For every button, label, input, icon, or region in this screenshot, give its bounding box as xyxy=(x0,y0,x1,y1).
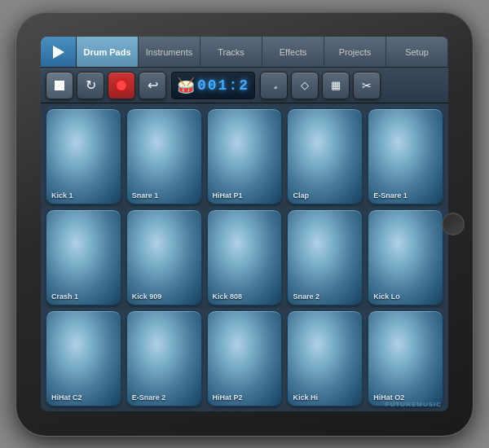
drum-display-icon: 🥁 xyxy=(177,77,195,94)
pad-e-snare-2[interactable]: E-Snare 2 xyxy=(126,310,202,406)
pad-label: E-Snare 2 xyxy=(132,393,166,402)
pad-grid: Kick 1Snare 1HiHat P1ClapE-Snare 1Crash … xyxy=(41,103,448,411)
metronome-button[interactable]: 𝅗 xyxy=(260,72,288,99)
tag-button[interactable]: ◇ xyxy=(291,72,319,99)
pad-kick-808[interactable]: Kick 808 xyxy=(207,209,283,305)
toolbar: ↻ ↩ 🥁 001:2 𝅗 ◇ ▦ ✂ xyxy=(41,68,448,103)
home-button[interactable] xyxy=(442,213,465,235)
pad-hihat-o2[interactable]: HiHat O2 xyxy=(368,310,443,406)
pad-snare-1[interactable]: Snare 1 xyxy=(126,108,202,204)
tag-icon: ◇ xyxy=(301,79,309,91)
pad-kick-lo[interactable]: Kick Lo xyxy=(368,209,443,305)
watermark: FUTUREMUSIC xyxy=(385,401,442,408)
record-icon xyxy=(117,81,126,90)
pad-label: E-Snare 1 xyxy=(373,191,408,200)
record-button[interactable] xyxy=(108,72,135,99)
piano-icon: ▦ xyxy=(331,79,341,91)
tab-instruments[interactable]: Instruments xyxy=(139,37,200,67)
pad-label: Crash 1 xyxy=(51,292,78,301)
pad-clap[interactable]: Clap xyxy=(287,108,363,204)
pad-snare-2[interactable]: Snare 2 xyxy=(287,209,363,305)
pad-kick-909[interactable]: Kick 909 xyxy=(126,209,202,305)
loop-button[interactable]: ↻ xyxy=(77,72,104,99)
ipad-frame: Drum Pads Instruments Tracks Effects Pro… xyxy=(16,12,473,436)
pad-kick-1[interactable]: Kick 1 xyxy=(46,108,121,204)
scissors-button[interactable]: ✂ xyxy=(353,72,381,99)
pad-label: Snare 2 xyxy=(293,292,319,301)
pad-label: Clap xyxy=(293,191,309,200)
undo-button[interactable]: ↩ xyxy=(139,72,166,99)
display-panel: 🥁 001:2 xyxy=(171,72,255,99)
play-icon xyxy=(53,46,64,59)
tab-projects[interactable]: Projects xyxy=(324,37,386,67)
tab-tracks[interactable]: Tracks xyxy=(200,37,262,67)
tab-effects[interactable]: Effects xyxy=(262,37,324,67)
tab-drum-pads[interactable]: Drum Pads xyxy=(77,37,139,67)
loop-icon: ↻ xyxy=(86,77,96,93)
pad-hihat-c2[interactable]: HiHat C2 xyxy=(46,310,121,406)
pad-label: HiHat P1 xyxy=(213,191,243,200)
pad-crash-1[interactable]: Crash 1 xyxy=(46,209,121,305)
pad-hihat-p1[interactable]: HiHat P1 xyxy=(207,108,283,204)
piano-button[interactable]: ▦ xyxy=(322,72,350,99)
pad-label: Kick 909 xyxy=(132,292,162,301)
stop-icon xyxy=(55,81,64,90)
nav-bar: Drum Pads Instruments Tracks Effects Pro… xyxy=(41,37,448,68)
pad-label: Kick 808 xyxy=(213,292,243,301)
stop-button[interactable] xyxy=(46,72,73,99)
pad-label: Kick Hi xyxy=(293,393,318,402)
pad-label: HiHat C2 xyxy=(51,393,82,402)
play-button[interactable] xyxy=(41,37,77,67)
nav-tabs: Drum Pads Instruments Tracks Effects Pro… xyxy=(77,37,448,67)
pad-label: Snare 1 xyxy=(132,191,159,200)
pad-hihat-p2[interactable]: HiHat P2 xyxy=(207,310,283,406)
ipad-screen: Drum Pads Instruments Tracks Effects Pro… xyxy=(41,37,448,411)
scissors-icon: ✂ xyxy=(362,79,372,92)
pad-label: HiHat P2 xyxy=(213,393,243,402)
tab-setup[interactable]: Setup xyxy=(386,37,448,67)
undo-icon: ↩ xyxy=(148,77,158,93)
pad-kick-hi[interactable]: Kick Hi xyxy=(287,310,363,406)
display-time: 001:2 xyxy=(197,77,249,94)
pad-label: Kick 1 xyxy=(51,191,73,200)
pad-label: Kick Lo xyxy=(373,292,400,301)
pad-e-snare-1[interactable]: E-Snare 1 xyxy=(368,108,443,204)
